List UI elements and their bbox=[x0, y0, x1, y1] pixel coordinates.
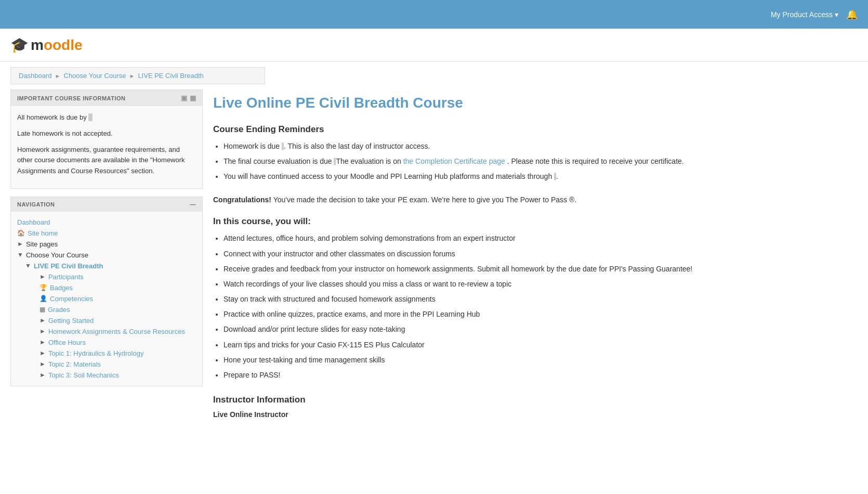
chevron-right-icon-oh: ► bbox=[40, 339, 46, 346]
course-ending-bullets: Homework is due . This is also the last … bbox=[223, 140, 858, 184]
moodle-logo[interactable]: 🎓 moodle bbox=[10, 36, 858, 54]
ending-bullet-3: You will have continued access to your M… bbox=[223, 170, 858, 183]
course-info-line1: All homework is due by . bbox=[17, 112, 196, 123]
ending-bullet-2: The final course evaluation is due The e… bbox=[223, 155, 858, 168]
expand-down-icon: ▼ bbox=[17, 251, 23, 258]
course-bullet-item: Prepare to PASS! bbox=[223, 369, 858, 382]
completion-cert-link[interactable]: the Completion Certificate page bbox=[403, 157, 505, 165]
course-info-line2: Late homework is not accepted. bbox=[17, 128, 196, 139]
breadcrumb-sep-1: ► bbox=[55, 73, 61, 79]
course-bullet-item: Connect with your instructor and other c… bbox=[223, 248, 858, 261]
breadcrumb-choose-course[interactable]: Choose Your Course bbox=[64, 72, 126, 80]
chevron-right-icon-hw: ► bbox=[40, 328, 46, 335]
navigation-collapse-icon[interactable]: — bbox=[190, 201, 196, 207]
nav-site-home[interactable]: 🏠 Site home bbox=[17, 228, 196, 239]
course-info-content: All homework is due by . Late homework i… bbox=[11, 106, 202, 188]
course-bullet-item: Hone your test-taking and time managemen… bbox=[223, 354, 858, 367]
nav-participants[interactable]: ► Participants bbox=[40, 271, 196, 282]
nav-topic3[interactable]: ► Topic 3: Soil Mechanics bbox=[40, 370, 196, 381]
grid-icon: ▦ bbox=[40, 306, 45, 313]
course-bullet-item: Attend lectures, office hours, and probl… bbox=[223, 232, 858, 245]
chevron-right-icon: ► bbox=[17, 240, 23, 248]
instructor-subtitle: Live Online Instructor bbox=[213, 410, 858, 419]
chevron-right-icon-participants: ► bbox=[40, 273, 46, 280]
chevron-right-icon-t3: ► bbox=[40, 371, 46, 379]
nav-getting-started[interactable]: ► Getting Started bbox=[40, 315, 196, 326]
page-title: Live Online PE Civil Breadth Course bbox=[213, 95, 858, 111]
course-bullet-item: Download and/or print lecture slides for… bbox=[223, 323, 858, 336]
logo-bar: 🎓 moodle bbox=[0, 29, 868, 62]
course-bullet-item: Receive grades and feedback from your in… bbox=[223, 263, 858, 276]
course-info-header-icons: ▣ ▦ bbox=[181, 94, 196, 102]
nav-sub-sub-list: ► Participants 🏆 Badges 👤 Competencies bbox=[40, 271, 196, 381]
instructor-section: Instructor Information Live Online Instr… bbox=[213, 395, 858, 419]
navigation-box: NAVIGATION — Dashboard 🏠 Site home ► Sit… bbox=[10, 197, 203, 386]
course-bullet-item: Practice with online quizzes, practice e… bbox=[223, 308, 858, 321]
nav-dashboard[interactable]: Dashboard bbox=[17, 217, 196, 228]
course-bullets-list: Attend lectures, office hours, and probl… bbox=[223, 232, 858, 382]
course-info-box: IMPORTANT COURSE INFORMATION ▣ ▦ All hom… bbox=[10, 89, 203, 189]
chevron-right-icon-t1: ► bbox=[40, 349, 46, 357]
ending-bullet-1: Homework is due . This is also the last … bbox=[223, 140, 858, 153]
chevron-right-icon-gs: ► bbox=[40, 317, 46, 324]
course-info-line3: Homework assignments, guarantee requirem… bbox=[17, 145, 196, 177]
notification-bell-icon[interactable]: 🔔 bbox=[846, 9, 858, 20]
my-product-access-button[interactable]: My Product Access ▾ bbox=[771, 10, 838, 19]
top-bar-right: My Product Access ▾ 🔔 bbox=[771, 9, 858, 20]
nav-office-hours[interactable]: ► Office Hours bbox=[40, 337, 196, 348]
sidebar: IMPORTANT COURSE INFORMATION ▣ ▦ All hom… bbox=[10, 89, 203, 426]
nav-homework[interactable]: ► Homework Assignments & Course Resource… bbox=[40, 326, 196, 337]
course-bullet-item: Watch recordings of your live classes sh… bbox=[223, 278, 858, 291]
course-info-header: IMPORTANT COURSE INFORMATION ▣ ▦ bbox=[11, 90, 202, 106]
breadcrumb-dashboard[interactable]: Dashboard bbox=[19, 72, 52, 80]
congrats-paragraph: Congratulations! You've made the decisio… bbox=[213, 194, 858, 206]
breadcrumb-current: LIVE PE Civil Breadth bbox=[138, 72, 203, 80]
nav-topic1[interactable]: ► Topic 1: Hydraulics & Hydrology bbox=[40, 348, 196, 359]
nav-sub-list: ▼ LIVE PE Civil Breadth ► Participants 🏆… bbox=[25, 261, 196, 381]
instructor-title: Instructor Information bbox=[213, 395, 858, 405]
course-bullet-item: Learn tips and tricks for your Casio FX-… bbox=[223, 339, 858, 352]
nav-choose-course[interactable]: ▼ Choose Your Course bbox=[17, 250, 196, 261]
redacted-date-1: . bbox=[88, 113, 93, 121]
chevron-down-icon: ▼ bbox=[25, 262, 31, 269]
nav-competencies[interactable]: 👤 Competencies bbox=[40, 293, 196, 304]
expand-icon[interactable]: ▦ bbox=[190, 94, 196, 102]
navigation-header: NAVIGATION — bbox=[11, 197, 202, 212]
breadcrumb: Dashboard ► Choose Your Course ► LIVE PE… bbox=[10, 67, 265, 84]
collapse-icon[interactable]: ▣ bbox=[181, 94, 188, 102]
chevron-right-icon-t2: ► bbox=[40, 360, 46, 368]
nav-badges[interactable]: 🏆 Badges bbox=[40, 282, 196, 293]
course-ending-title: Course Ending Reminders bbox=[213, 124, 858, 135]
content-area: Live Online PE Civil Breadth Course Cour… bbox=[213, 89, 858, 426]
trophy-icon: 🏆 bbox=[40, 284, 47, 291]
navigation-content: Dashboard 🏠 Site home ► Site pages ▼ Cho… bbox=[11, 212, 202, 386]
person-icon: 👤 bbox=[40, 295, 47, 302]
course-bullet-item: Stay on track with structured and focuse… bbox=[223, 293, 858, 306]
main-layout: IMPORTANT COURSE INFORMATION ▣ ▦ All hom… bbox=[0, 89, 868, 426]
home-icon: 🏠 bbox=[17, 229, 25, 237]
nav-topic2[interactable]: ► Topic 2: Materials bbox=[40, 359, 196, 370]
logo-text: moodle bbox=[31, 37, 83, 54]
top-bar: My Product Access ▾ 🔔 bbox=[0, 0, 868, 29]
nav-grades[interactable]: ▦ Grades bbox=[40, 304, 196, 315]
logo-cap-icon: 🎓 bbox=[10, 36, 29, 54]
breadcrumb-sep-2: ► bbox=[129, 73, 135, 79]
in-course-title: In this course, you will: bbox=[213, 216, 858, 227]
nav-site-pages[interactable]: ► Site pages bbox=[17, 239, 196, 250]
nav-live-pe[interactable]: ▼ LIVE PE Civil Breadth bbox=[25, 261, 196, 271]
